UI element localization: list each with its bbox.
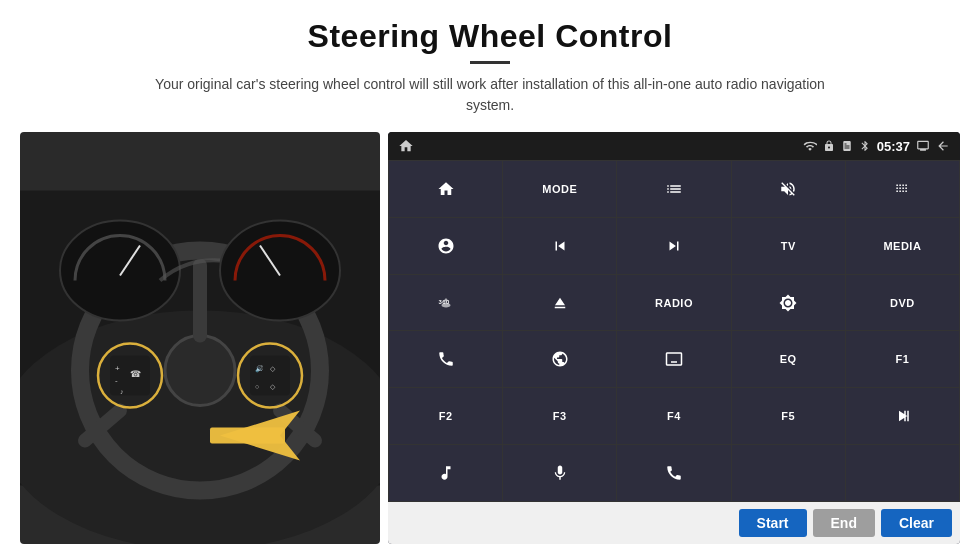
globe-icon: [551, 350, 569, 368]
svg-text:○: ○: [255, 383, 259, 390]
btn-next[interactable]: [617, 218, 730, 274]
eject-icon: [551, 294, 569, 312]
svg-text:♪: ♪: [120, 388, 124, 395]
btn-eject[interactable]: [503, 275, 616, 331]
home-btn-icon: [437, 180, 455, 198]
svg-text:🔊: 🔊: [255, 364, 264, 373]
btn-phone[interactable]: [389, 331, 502, 387]
btn-dvd[interactable]: DVD: [846, 275, 959, 331]
btn-radio[interactable]: RADIO: [617, 275, 730, 331]
status-left: [398, 138, 414, 154]
display-icon: [665, 350, 683, 368]
btn-prev[interactable]: [503, 218, 616, 274]
brightness-icon: [779, 294, 797, 312]
btn-list[interactable]: [617, 161, 730, 217]
mute-icon: [779, 180, 797, 198]
header-section: Steering Wheel Control Your original car…: [0, 0, 980, 124]
btn-eq[interactable]: EQ: [732, 331, 845, 387]
settings-icon: [437, 237, 455, 255]
btn-f3[interactable]: F3: [503, 388, 616, 444]
sim-icon: [841, 140, 853, 152]
list-icon: [665, 180, 683, 198]
bluetooth-icon: [859, 140, 871, 152]
car-image: + - ☎ ♪ 🔊 ◇ ○ ◇: [20, 132, 380, 544]
lock-icon: [823, 140, 835, 152]
home-icon: [398, 138, 414, 154]
prev-icon: [551, 237, 569, 255]
music-icon: [437, 464, 455, 482]
control-panel: 05:37 MODE: [388, 132, 960, 544]
svg-text:-: -: [115, 376, 118, 385]
btn-empty1[interactable]: [732, 445, 845, 501]
svg-text:+: +: [115, 364, 120, 373]
btn-home[interactable]: [389, 161, 502, 217]
content-section: + - ☎ ♪ 🔊 ◇ ○ ◇: [0, 124, 980, 544]
btn-apps[interactable]: [846, 161, 959, 217]
btn-tv[interactable]: TV: [732, 218, 845, 274]
btn-360[interactable]: 360: [389, 275, 502, 331]
title-divider: [470, 61, 510, 64]
btn-empty2[interactable]: [846, 445, 959, 501]
start-button[interactable]: Start: [739, 509, 807, 537]
page-container: Steering Wheel Control Your original car…: [0, 0, 980, 544]
phone-icon: [437, 350, 455, 368]
status-bar: 05:37: [388, 132, 960, 160]
btn-mode[interactable]: MODE: [503, 161, 616, 217]
btn-f5[interactable]: F5: [732, 388, 845, 444]
screen-icon: [916, 139, 930, 153]
status-right: 05:37: [803, 139, 950, 154]
btn-f4[interactable]: F4: [617, 388, 730, 444]
buttons-grid: MODE TV: [388, 160, 960, 502]
btn-settings[interactable]: [389, 218, 502, 274]
btn-media[interactable]: MEDIA: [846, 218, 959, 274]
time-display: 05:37: [877, 139, 910, 154]
svg-point-3: [165, 336, 235, 406]
apps-icon: [893, 180, 911, 198]
btn-f1[interactable]: F1: [846, 331, 959, 387]
next-icon: [665, 237, 683, 255]
360-icon: 360: [437, 294, 455, 312]
btn-mic[interactable]: [503, 445, 616, 501]
btn-mute[interactable]: [732, 161, 845, 217]
playpause-icon: [893, 407, 911, 425]
svg-rect-14: [250, 356, 290, 396]
btn-music[interactable]: [389, 445, 502, 501]
btn-globe[interactable]: [503, 331, 616, 387]
svg-text:☎: ☎: [130, 369, 141, 379]
btn-display[interactable]: [617, 331, 730, 387]
clear-button[interactable]: Clear: [881, 509, 952, 537]
end-button[interactable]: End: [813, 509, 875, 537]
wifi-icon: [803, 139, 817, 153]
back-icon: [936, 139, 950, 153]
page-title: Steering Wheel Control: [40, 18, 940, 55]
mic-icon: [551, 464, 569, 482]
btn-hangup[interactable]: [617, 445, 730, 501]
subtitle: Your original car's steering wheel contr…: [140, 74, 840, 116]
svg-rect-24: [210, 428, 285, 444]
hangup-icon: [665, 464, 683, 482]
btn-f2[interactable]: F2: [389, 388, 502, 444]
action-bar: Start End Clear: [388, 502, 960, 544]
btn-brightness[interactable]: [732, 275, 845, 331]
btn-playpause[interactable]: [846, 388, 959, 444]
